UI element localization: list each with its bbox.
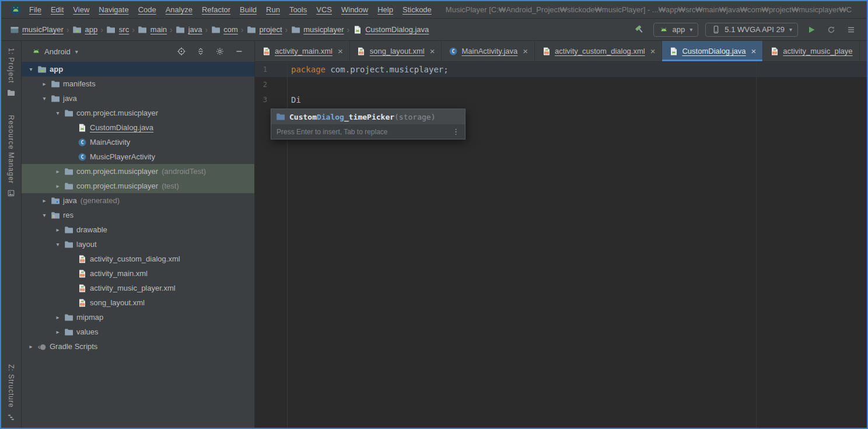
tree-item[interactable]: ▸Gradle Scripts bbox=[22, 339, 254, 354]
menu-edit[interactable]: Edit bbox=[46, 5, 68, 14]
folder-icon bbox=[290, 25, 300, 34]
tree-item-suffix: (androidTest) bbox=[158, 167, 206, 176]
sync-button[interactable] bbox=[825, 23, 838, 36]
menu-vcs[interactable]: VCS bbox=[312, 5, 337, 14]
tree-item[interactable]: CustomDialog.java bbox=[22, 120, 254, 135]
folder-icon bbox=[64, 240, 74, 249]
close-tab-icon[interactable]: × bbox=[338, 47, 343, 55]
editor-tab[interactable]: activity_music_playe bbox=[763, 41, 859, 61]
code-editor[interactable]: 1package com.project.musicplayer;23Di Cu… bbox=[255, 62, 867, 428]
breadcrumb-item[interactable]: musicplayer bbox=[289, 25, 345, 34]
breadcrumb-separator-icon: › bbox=[204, 25, 210, 34]
tree-item[interactable]: activity_main.xml bbox=[22, 266, 254, 281]
project-tree: ▾app▸manifests▾java▾com.project.musicpla… bbox=[22, 62, 254, 428]
menu-refactor[interactable]: Refactor bbox=[197, 5, 235, 14]
chevron-collapsed-icon[interactable]: ▸ bbox=[52, 226, 64, 233]
project-view-selector[interactable]: Android ▾ bbox=[27, 47, 78, 56]
tree-item[interactable]: CMainActivity bbox=[22, 135, 254, 149]
tree-item[interactable]: activity_music_player.xml bbox=[22, 281, 254, 295]
chevron-collapsed-icon[interactable]: ▸ bbox=[52, 314, 64, 320]
overflow-dots-icon[interactable]: ⋮ bbox=[452, 127, 460, 136]
tree-item[interactable]: ▾com.project.musicplayer bbox=[22, 106, 254, 120]
build-button[interactable] bbox=[634, 23, 646, 36]
menu-help[interactable]: Help bbox=[373, 5, 398, 14]
code-line: 2 bbox=[255, 77, 867, 92]
chevron-collapsed-icon[interactable]: ▸ bbox=[52, 168, 64, 175]
menu-window[interactable]: Window bbox=[337, 5, 373, 14]
collapse-all-icon[interactable] bbox=[195, 47, 205, 56]
breadcrumb-label: java bbox=[188, 25, 202, 34]
chevron-expanded-icon[interactable]: ▾ bbox=[25, 66, 37, 72]
breadcrumb-item[interactable]: src bbox=[105, 25, 130, 34]
breadcrumb-item[interactable]: CustomDialog.java bbox=[351, 25, 430, 34]
tree-item[interactable]: ▸manifests bbox=[22, 76, 254, 91]
menu-run[interactable]: Run bbox=[261, 5, 285, 14]
chevron-collapsed-icon[interactable]: ▸ bbox=[38, 81, 50, 87]
editor-tab[interactable]: activity_custom_dialog.xml× bbox=[535, 41, 662, 61]
breadcrumb-item[interactable]: app bbox=[71, 25, 99, 34]
xml-file-icon bbox=[541, 47, 551, 56]
locate-icon[interactable] bbox=[176, 47, 186, 56]
run-button[interactable] bbox=[805, 23, 818, 36]
menu-build[interactable]: Build bbox=[235, 5, 261, 14]
folder-icon bbox=[6, 88, 16, 97]
breadcrumb-item[interactable]: musicPlayer bbox=[8, 25, 65, 34]
chevron-collapsed-icon[interactable]: ▸ bbox=[38, 197, 50, 204]
tool-button-resource-manager[interactable]: Resource Manager bbox=[6, 115, 16, 198]
chevron-collapsed-icon[interactable]: ▸ bbox=[52, 183, 64, 189]
tool-button-structure[interactable]: Z: Structure bbox=[6, 364, 16, 422]
editor-tab[interactable]: CMainActivity.java× bbox=[442, 41, 535, 61]
tree-item[interactable]: ▾res bbox=[22, 208, 254, 222]
menu-code[interactable]: Code bbox=[134, 5, 161, 14]
folder-icon bbox=[138, 25, 148, 34]
menu-stickode[interactable]: Stickode bbox=[398, 5, 436, 14]
tree-item[interactable]: ▸com.project.musicplayer(androidTest) bbox=[22, 164, 254, 179]
close-tab-icon[interactable]: × bbox=[751, 47, 757, 55]
menu-tools[interactable]: Tools bbox=[285, 5, 312, 14]
tree-item[interactable]: song_layout.xml bbox=[22, 295, 254, 310]
tree-item[interactable]: ▾java bbox=[22, 91, 254, 106]
chevron-expanded-icon[interactable]: ▾ bbox=[38, 212, 50, 218]
breadcrumb-item[interactable]: main bbox=[136, 25, 168, 34]
menu-view[interactable]: View bbox=[68, 5, 94, 14]
completion-item[interactable]: CustomDialog_timePicker(storage) bbox=[271, 109, 465, 124]
tree-item[interactable]: ▾layout bbox=[22, 237, 254, 252]
tree-item[interactable]: CMusicPlayerActivity bbox=[22, 149, 254, 164]
close-tab-icon[interactable]: × bbox=[523, 47, 528, 55]
chevron-expanded-icon[interactable]: ▾ bbox=[38, 95, 50, 102]
tree-item[interactable]: ▾app bbox=[22, 62, 254, 76]
tree-item[interactable]: ▸values bbox=[22, 325, 254, 339]
android-module-icon bbox=[37, 65, 47, 74]
chevron-collapsed-icon[interactable]: ▸ bbox=[25, 343, 37, 350]
editor-tab[interactable]: activity_main.xml× bbox=[255, 41, 350, 61]
tool-button-project[interactable]: 1: Project bbox=[6, 48, 16, 97]
menu-file[interactable]: File bbox=[24, 5, 46, 14]
chevron-collapsed-icon[interactable]: ▸ bbox=[52, 329, 64, 335]
tree-item-label: com.project.musicplayer bbox=[74, 182, 158, 190]
device-selector[interactable]: 5.1 WVGA API 29 ▾ bbox=[705, 23, 798, 37]
code-lines: 1package com.project.musicplayer;23Di bbox=[255, 62, 867, 107]
chevron-expanded-icon[interactable]: ▾ bbox=[52, 110, 64, 116]
tree-item[interactable]: ▸drawable bbox=[22, 222, 254, 237]
editor-tab[interactable]: CustomDialog.java× bbox=[662, 41, 763, 61]
tree-item[interactable]: ▸com.project.musicplayer(test) bbox=[22, 179, 254, 193]
breadcrumb-item[interactable]: java bbox=[174, 25, 204, 34]
close-tab-icon[interactable]: × bbox=[430, 47, 435, 55]
tree-item-label: activity_music_player.xml bbox=[87, 284, 176, 292]
menu-navigate[interactable]: Navigate bbox=[94, 5, 133, 14]
gear-icon[interactable] bbox=[215, 47, 225, 56]
close-tab-icon[interactable]: × bbox=[650, 47, 656, 55]
tree-item[interactable]: ▸mipmap bbox=[22, 310, 254, 325]
run-config-selector[interactable]: app ▾ bbox=[653, 23, 699, 37]
breadcrumb-item[interactable]: project bbox=[245, 25, 283, 34]
tree-item[interactable]: ▸java(generated) bbox=[22, 193, 254, 208]
tree-item[interactable]: activity_custom_dialog.xml bbox=[22, 252, 254, 266]
more-actions-button[interactable] bbox=[845, 23, 858, 36]
editor-tab[interactable]: song_layout.xml× bbox=[350, 41, 442, 61]
breadcrumb-label: project bbox=[259, 25, 282, 34]
chevron-expanded-icon[interactable]: ▾ bbox=[52, 241, 64, 247]
breadcrumb-item[interactable]: com bbox=[209, 25, 239, 34]
folder-icon bbox=[176, 25, 186, 34]
hide-panel-icon[interactable] bbox=[234, 47, 244, 56]
menu-analyze[interactable]: Analyze bbox=[161, 5, 197, 14]
